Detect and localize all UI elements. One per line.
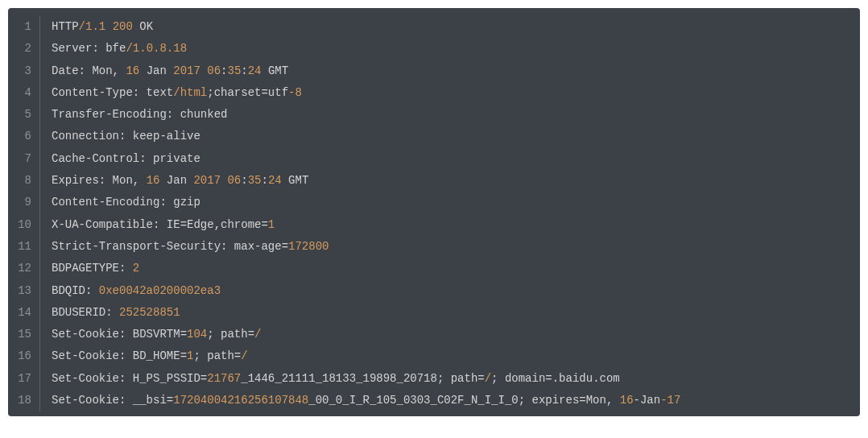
code-content: Transfer-Encoding: chunked	[40, 104, 227, 126]
code-content: Set-Cookie: __bsi=17204004216256107848_0…	[40, 390, 680, 411]
code-token: :	[241, 174, 247, 187]
code-token: 06	[207, 64, 221, 77]
line-number: 10	[8, 214, 40, 236]
code-token: 21767	[207, 372, 241, 385]
code-token: 172800	[288, 240, 329, 253]
code-content: BDPAGETYPE: 2	[40, 258, 139, 279]
code-token: /html	[173, 86, 207, 99]
code-token: Strict-Transport-Security: max-age=	[52, 240, 288, 253]
line-number: 17	[8, 368, 40, 390]
code-block: 1HTTP/1.1 200 OK2Server: bfe/1.0.8.183Da…	[8, 8, 860, 416]
code-line: 12BDPAGETYPE: 2	[8, 258, 860, 279]
code-token: 16	[147, 174, 160, 187]
code-content: Content-Type: text/html;charset=utf-8	[40, 82, 302, 104]
code-token: Connection: keep-alive	[52, 130, 200, 143]
code-line: 2Server: bfe/1.0.8.18	[8, 38, 860, 60]
code-line: 13BDQID: 0xe0042a0200002ea3	[8, 280, 860, 302]
code-line: 1HTTP/1.1 200 OK	[8, 16, 860, 38]
code-token: OK	[133, 20, 153, 33]
line-number: 18	[8, 390, 40, 411]
code-token: Set-Cookie: BDSVRTM=	[52, 328, 187, 341]
code-token: Content-Encoding: gzip	[52, 196, 200, 209]
code-line: 7Cache-Control: private	[8, 148, 860, 170]
line-number: 1	[8, 16, 40, 38]
code-content: Cache-Control: private	[40, 148, 200, 170]
code-token: 24	[268, 174, 282, 187]
code-token: Date: Mon,	[52, 64, 126, 77]
line-number: 5	[8, 104, 40, 126]
line-number: 8	[8, 170, 40, 192]
code-token: 24	[248, 64, 262, 77]
code-token: HTTP	[52, 20, 79, 33]
line-number: 9	[8, 192, 40, 213]
code-line: 10X-UA-Compatible: IE=Edge,chrome=1	[8, 214, 860, 236]
code-line: 6Connection: keep-alive	[8, 126, 860, 147]
code-content: Connection: keep-alive	[40, 126, 200, 147]
line-number: 2	[8, 38, 40, 60]
line-number: 3	[8, 60, 40, 82]
code-token: ; domain=.baidu.com	[491, 372, 620, 385]
line-number: 15	[8, 324, 40, 345]
code-token: Jan	[139, 64, 173, 77]
code-line: 5Transfer-Encoding: chunked	[8, 104, 860, 126]
code-token: 200	[113, 20, 133, 33]
code-content: Content-Encoding: gzip	[40, 192, 200, 213]
code-token: 06	[227, 174, 241, 187]
code-token: 2017	[193, 174, 221, 187]
line-number: 16	[8, 345, 40, 367]
code-token: Set-Cookie: BD_HOME=	[52, 349, 187, 362]
code-line: 17Set-Cookie: H_PS_PSSID=21767_1446_2111…	[8, 368, 860, 390]
code-token: 1	[268, 218, 275, 231]
code-content: Set-Cookie: H_PS_PSSID=21767_1446_21111_…	[40, 368, 620, 390]
code-token: GMT	[262, 64, 289, 77]
code-token: 104	[187, 328, 207, 341]
code-token: Content-Type: text	[52, 86, 173, 99]
code-content: Set-Cookie: BDSVRTM=104; path=/	[40, 324, 261, 345]
code-content: BDQID: 0xe0042a0200002ea3	[40, 280, 221, 302]
code-line: 3Date: Mon, 16 Jan 2017 06:35:24 GMT	[8, 60, 860, 82]
code-token: Cache-Control: private	[52, 152, 200, 165]
code-token: ; path=	[193, 349, 241, 362]
code-token: ;charset=utf	[207, 86, 288, 99]
code-token: 35	[227, 64, 241, 77]
code-token: /	[241, 349, 247, 362]
code-token: BDPAGETYPE:	[52, 262, 133, 275]
code-token	[200, 64, 207, 77]
code-line: 9Content-Encoding: gzip	[8, 192, 860, 213]
code-token: Set-Cookie: H_PS_PSSID=	[52, 372, 207, 385]
code-token: -17	[660, 394, 680, 407]
code-token: _00_0_I_R_105_0303_C02F_N_I_I_0; expires…	[308, 394, 619, 407]
code-token: /	[485, 372, 491, 385]
code-token: ; path=	[207, 328, 254, 341]
line-number: 7	[8, 148, 40, 170]
code-token: 2	[133, 262, 139, 275]
line-number: 6	[8, 126, 40, 147]
code-token	[105, 20, 112, 33]
code-content: BDUSERID: 252528851	[40, 302, 180, 324]
code-token: -Jan	[634, 394, 661, 407]
line-number: 4	[8, 82, 40, 104]
code-token: 16	[620, 394, 634, 407]
line-number: 12	[8, 258, 40, 279]
code-token: 252528851	[119, 306, 180, 319]
code-token: Jan	[159, 174, 193, 187]
code-line: 18Set-Cookie: __bsi=17204004216256107848…	[8, 390, 860, 411]
code-token: 0xe0042a0200002ea3	[99, 284, 221, 297]
code-token: :	[262, 174, 268, 187]
code-token: Set-Cookie: __bsi=	[52, 394, 173, 407]
code-token: 35	[248, 174, 262, 187]
code-token: Server: bfe	[52, 42, 126, 55]
code-token: /	[254, 328, 261, 341]
code-token: BDUSERID:	[52, 306, 119, 319]
code-line: 16Set-Cookie: BD_HOME=1; path=/	[8, 345, 860, 367]
code-content: HTTP/1.1 200 OK	[40, 16, 153, 38]
code-line: 14BDUSERID: 252528851	[8, 302, 860, 324]
code-token: /1.1	[79, 20, 106, 33]
code-token: GMT	[282, 174, 309, 187]
code-line: 8Expires: Mon, 16 Jan 2017 06:35:24 GMT	[8, 170, 860, 192]
code-token: Expires: Mon,	[52, 174, 147, 187]
code-token: _1446_21111_18133_19898_20718; path=	[241, 372, 484, 385]
code-token: 16	[126, 64, 139, 77]
code-content: Strict-Transport-Security: max-age=17280…	[40, 236, 329, 258]
code-token: Transfer-Encoding: chunked	[52, 108, 227, 121]
